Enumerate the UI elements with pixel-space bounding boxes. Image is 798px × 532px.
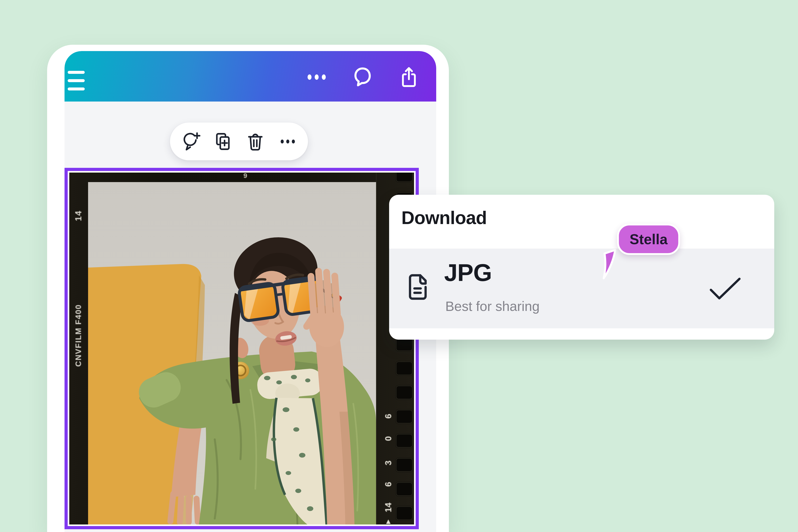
phone-mockup: 14 CNVFILM F400 9: [47, 45, 449, 532]
hamburger-menu-icon[interactable]: [68, 71, 92, 93]
file-document-icon: [406, 272, 430, 302]
context-toolbar: [170, 122, 308, 160]
film-frame-number-left: 14: [73, 210, 83, 221]
film-arrow-mark: ▲: [384, 517, 392, 525]
film-top-mark: 9: [244, 173, 247, 179]
screenshot-root: 14 CNVFILM F400 9: [0, 0, 798, 532]
comment-bubble-icon[interactable]: [352, 66, 374, 92]
app-header: [64, 51, 436, 101]
share-icon[interactable]: [399, 65, 419, 90]
film-frame-number-bottom: 14: [383, 503, 393, 512]
selected-image-element[interactable]: 14 CNVFILM F400 9: [64, 168, 419, 529]
download-panel: Download JPG Best for sharing: [389, 195, 774, 340]
duplicate-icon[interactable]: [212, 131, 233, 152]
cursor-pointer-icon: [600, 248, 622, 282]
film-edge-number: 3: [383, 460, 393, 465]
format-option-jpg[interactable]: JPG Best for sharing: [389, 249, 774, 328]
film-edge-number: 6: [383, 482, 393, 487]
editor-screen: 14 CNVFILM F400 9: [64, 51, 436, 532]
collaborator-name: Stella: [630, 231, 668, 247]
film-edge-number: 0: [383, 436, 393, 441]
collaborator-cursor: [600, 248, 622, 282]
trash-icon[interactable]: [245, 131, 266, 152]
film-frame: 14 CNVFILM F400 9: [69, 173, 414, 525]
option-format-label: JPG: [444, 259, 492, 287]
film-edge-number: 6: [383, 414, 393, 419]
add-comment-icon[interactable]: [180, 131, 201, 152]
header-more-icon[interactable]: [308, 74, 327, 80]
photo-illustration: [88, 182, 376, 525]
panel-title: Download: [401, 207, 487, 228]
film-brand-text: CNVFILM F400: [74, 304, 83, 367]
collaborator-label: Stella: [617, 224, 680, 255]
toolbar-more-icon[interactable]: [278, 131, 298, 152]
check-icon: [709, 277, 741, 301]
option-description: Best for sharing: [445, 299, 539, 314]
